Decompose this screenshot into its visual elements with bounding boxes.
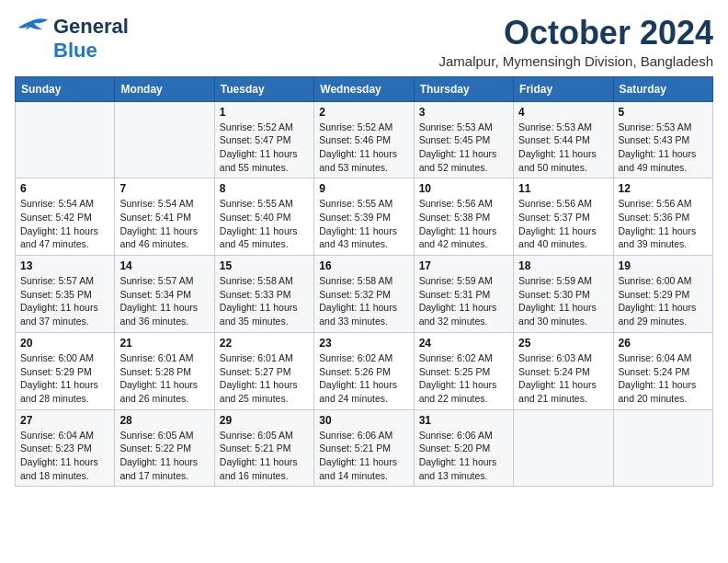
title-block: October 2024 Jamalpur, Mymensingh Divisi… [439,15,713,69]
day-info: Sunrise: 5:54 AM Sunset: 5:42 PM Dayligh… [20,197,109,251]
calendar-cell: 20Sunrise: 6:00 AM Sunset: 5:29 PM Dayli… [16,332,115,409]
day-info: Sunrise: 6:06 AM Sunset: 5:21 PM Dayligh… [319,429,408,483]
day-info: Sunrise: 6:04 AM Sunset: 5:23 PM Dayligh… [20,429,109,483]
page-header: General Blue October 2024 Jamalpur, Myme… [15,15,713,69]
calendar-cell: 6Sunrise: 5:54 AM Sunset: 5:42 PM Daylig… [16,178,115,256]
day-number: 7 [119,182,209,195]
day-number: 6 [20,182,109,195]
day-number: 27 [20,414,109,427]
day-info: Sunrise: 6:05 AM Sunset: 5:22 PM Dayligh… [119,429,209,483]
day-number: 18 [518,259,608,272]
calendar-cell: 15Sunrise: 5:58 AM Sunset: 5:33 PM Dayli… [214,256,313,333]
day-info: Sunrise: 5:55 AM Sunset: 5:39 PM Dayligh… [319,197,408,251]
calendar-cell [613,409,712,487]
calendar-cell: 16Sunrise: 5:58 AM Sunset: 5:32 PM Dayli… [314,256,414,333]
calendar-week-1: 1Sunrise: 5:52 AM Sunset: 5:47 PM Daylig… [16,101,713,178]
day-number: 25 [518,337,608,350]
calendar-cell: 27Sunrise: 6:04 AM Sunset: 5:23 PM Dayli… [16,409,115,487]
day-number: 24 [419,337,508,350]
day-number: 5 [619,106,708,119]
day-number: 1 [220,106,309,119]
calendar-cell: 11Sunrise: 5:56 AM Sunset: 5:37 PM Dayli… [514,178,613,256]
day-info: Sunrise: 5:56 AM Sunset: 5:38 PM Dayligh… [419,197,508,251]
day-info: Sunrise: 6:04 AM Sunset: 5:24 PM Dayligh… [619,351,708,406]
calendar-cell: 30Sunrise: 6:06 AM Sunset: 5:21 PM Dayli… [314,409,414,487]
day-info: Sunrise: 6:00 AM Sunset: 5:29 PM Dayligh… [20,351,109,406]
calendar-cell: 4Sunrise: 5:53 AM Sunset: 5:44 PM Daylig… [514,101,613,178]
logo-bird-icon [15,17,50,37]
weekday-header-friday: Friday [514,76,613,101]
day-info: Sunrise: 5:56 AM Sunset: 5:37 PM Dayligh… [518,197,608,251]
calendar-cell: 9Sunrise: 5:55 AM Sunset: 5:39 PM Daylig… [314,178,414,256]
day-number: 26 [619,337,708,350]
day-info: Sunrise: 5:59 AM Sunset: 5:31 PM Dayligh… [419,274,508,328]
calendar-title: October 2024 [439,15,713,52]
day-number: 31 [419,414,508,427]
weekday-header-saturday: Saturday [613,76,712,101]
day-info: Sunrise: 5:57 AM Sunset: 5:35 PM Dayligh… [20,274,109,328]
calendar-week-5: 27Sunrise: 6:04 AM Sunset: 5:23 PM Dayli… [16,409,713,487]
day-number: 10 [419,182,508,195]
day-info: Sunrise: 5:53 AM Sunset: 5:44 PM Dayligh… [518,121,608,175]
day-number: 8 [220,182,309,195]
calendar-cell: 26Sunrise: 6:04 AM Sunset: 5:24 PM Dayli… [613,332,712,409]
day-info: Sunrise: 6:02 AM Sunset: 5:26 PM Dayligh… [319,351,408,406]
calendar-cell: 29Sunrise: 6:05 AM Sunset: 5:21 PM Dayli… [214,409,313,487]
logo-blue: Blue [53,39,97,63]
calendar-cell: 12Sunrise: 5:56 AM Sunset: 5:36 PM Dayli… [613,178,712,256]
day-number: 12 [619,182,708,195]
day-info: Sunrise: 5:55 AM Sunset: 5:40 PM Dayligh… [220,197,309,251]
day-info: Sunrise: 5:57 AM Sunset: 5:34 PM Dayligh… [119,274,209,328]
calendar-cell: 19Sunrise: 6:00 AM Sunset: 5:29 PM Dayli… [613,256,712,333]
day-info: Sunrise: 6:05 AM Sunset: 5:21 PM Dayligh… [220,429,309,483]
calendar-cell: 17Sunrise: 5:59 AM Sunset: 5:31 PM Dayli… [414,256,513,333]
calendar-cell [16,101,115,178]
calendar-week-3: 13Sunrise: 5:57 AM Sunset: 5:35 PM Dayli… [16,256,713,333]
calendar-cell: 18Sunrise: 5:59 AM Sunset: 5:30 PM Dayli… [514,256,613,333]
day-number: 2 [319,106,408,119]
day-info: Sunrise: 5:52 AM Sunset: 5:46 PM Dayligh… [319,121,408,175]
calendar-cell: 25Sunrise: 6:03 AM Sunset: 5:24 PM Dayli… [514,332,613,409]
day-info: Sunrise: 5:59 AM Sunset: 5:30 PM Dayligh… [518,274,608,328]
day-number: 29 [220,414,309,427]
day-number: 11 [518,182,608,195]
calendar-header: SundayMondayTuesdayWednesdayThursdayFrid… [16,76,713,101]
day-number: 9 [319,182,408,195]
calendar-week-4: 20Sunrise: 6:00 AM Sunset: 5:29 PM Dayli… [16,332,713,409]
weekday-header-thursday: Thursday [414,76,513,101]
logo: General Blue [15,15,129,63]
calendar-body: 1Sunrise: 5:52 AM Sunset: 5:47 PM Daylig… [16,101,713,487]
weekday-row: SundayMondayTuesdayWednesdayThursdayFrid… [16,76,713,101]
calendar-cell: 5Sunrise: 5:53 AM Sunset: 5:43 PM Daylig… [613,101,712,178]
day-number: 21 [119,337,209,350]
day-info: Sunrise: 6:06 AM Sunset: 5:20 PM Dayligh… [419,429,508,483]
calendar-cell: 21Sunrise: 6:01 AM Sunset: 5:28 PM Dayli… [115,332,214,409]
day-number: 28 [119,414,209,427]
day-info: Sunrise: 5:53 AM Sunset: 5:43 PM Dayligh… [619,121,708,175]
day-info: Sunrise: 6:01 AM Sunset: 5:28 PM Dayligh… [119,351,209,406]
calendar-location: Jamalpur, Mymensingh Division, Banglades… [439,53,713,69]
calendar-cell: 13Sunrise: 5:57 AM Sunset: 5:35 PM Dayli… [16,256,115,333]
day-number: 14 [119,259,209,272]
calendar-cell: 31Sunrise: 6:06 AM Sunset: 5:20 PM Dayli… [414,409,513,487]
calendar-cell: 3Sunrise: 5:53 AM Sunset: 5:45 PM Daylig… [414,101,513,178]
day-info: Sunrise: 6:02 AM Sunset: 5:25 PM Dayligh… [419,351,508,406]
day-info: Sunrise: 5:58 AM Sunset: 5:32 PM Dayligh… [319,274,408,328]
day-info: Sunrise: 6:03 AM Sunset: 5:24 PM Dayligh… [518,351,608,406]
calendar-cell: 10Sunrise: 5:56 AM Sunset: 5:38 PM Dayli… [414,178,513,256]
calendar-cell: 28Sunrise: 6:05 AM Sunset: 5:22 PM Dayli… [115,409,214,487]
calendar-cell: 23Sunrise: 6:02 AM Sunset: 5:26 PM Dayli… [314,332,414,409]
weekday-header-sunday: Sunday [16,76,115,101]
calendar-cell: 22Sunrise: 6:01 AM Sunset: 5:27 PM Dayli… [214,332,313,409]
logo-general: General [53,15,129,39]
day-number: 15 [220,259,309,272]
calendar-table: SundayMondayTuesdayWednesdayThursdayFrid… [15,76,713,488]
day-info: Sunrise: 6:01 AM Sunset: 5:27 PM Dayligh… [220,351,309,406]
weekday-header-wednesday: Wednesday [314,76,414,101]
calendar-cell: 14Sunrise: 5:57 AM Sunset: 5:34 PM Dayli… [115,256,214,333]
day-number: 23 [319,337,408,350]
day-number: 3 [419,106,508,119]
day-number: 20 [20,337,109,350]
calendar-cell [514,409,613,487]
day-number: 16 [319,259,408,272]
